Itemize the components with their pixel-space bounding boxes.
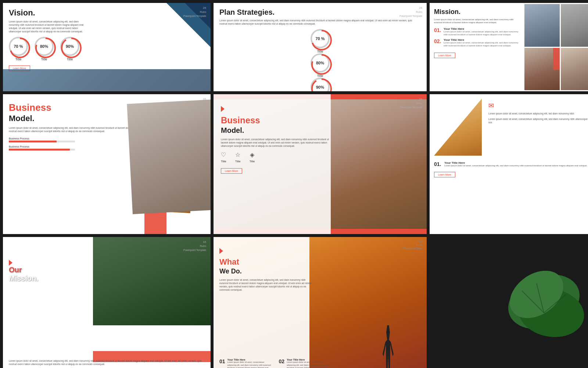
slide-body-8: Lorem ipsum dolor sit amet, consectetuer…	[219, 278, 311, 291]
circle-stat-90: 90% Title	[60, 37, 79, 61]
s8-content: What We Do. Lorem ipsum dolor sit amet, …	[219, 247, 311, 291]
slide-number-7: 16RulesPowerpoint Template	[183, 240, 206, 252]
envelope-icon-6: ✉	[488, 102, 588, 110]
icon-item-5-2: ☆ Title	[235, 151, 241, 163]
num-content-3-1: Your Title Here Lorem ipsum dolor sit am…	[444, 27, 519, 36]
plant-overlay	[478, 258, 588, 368]
slide-title-7: Our Mission.	[9, 266, 38, 283]
circle-ring-80: 80%	[35, 37, 54, 56]
slide-title-5: Business Model.	[221, 113, 335, 135]
s8-desc-2: Lorem ipsum dolor sit amet, consectetuer…	[287, 361, 331, 368]
s6-right-text: ✉ Lorem ipsum dolor sit amet, consectetu…	[485, 99, 588, 158]
slide-number-2: 28RulesPowerpoint Template	[399, 6, 422, 18]
num-desc-3-2: Lorem ipsum dolor sit amet, consectetuer…	[444, 42, 519, 47]
learn-more-button-3[interactable]: Learn More	[434, 53, 455, 58]
icon-item-5-3: ◈ Title	[250, 151, 255, 163]
slide-right-middle: ✉ Lorem ipsum dolor sit amet, consectetu…	[430, 94, 588, 234]
progress-name-4-2: Business Process	[9, 145, 29, 148]
num-title-3-1: Your Title Here	[444, 27, 519, 31]
learn-more-button-6[interactable]: Learn More	[434, 172, 455, 177]
s3-photo-woman2	[561, 48, 588, 91]
s8-bottom-items: 01 Your Title Here Lorem ipsum dolor sit…	[219, 358, 331, 368]
s8-num-1: 01	[219, 358, 225, 368]
s6-top: ✉ Lorem ipsum dolor sit amet, consectetu…	[434, 99, 588, 158]
progress-name-4-1: Business Process	[9, 137, 29, 140]
s3-photo-person3	[561, 4, 588, 47]
slide-vision: 26RulesPowerpoint Template Vision. Lorem…	[3, 3, 211, 91]
s5-content: Business Model. Lorem ipsum dolor sit am…	[221, 105, 335, 174]
circle-stat-2-90: 90% Title	[219, 78, 421, 91]
s3-img-4	[561, 48, 588, 91]
slide-title-8: What We Do.	[219, 254, 311, 275]
num-label-6-1: 01.	[434, 161, 441, 167]
chevron-icon-7	[9, 260, 12, 266]
circle-stat-70: 70 % Title	[9, 37, 28, 61]
s8-title-2: Your Title Here	[287, 358, 331, 361]
icon-label-5-1: Title	[221, 160, 226, 163]
slide-business-model-center: 28RulesPowerpoint Template Business Mode…	[214, 94, 427, 234]
slide-what-we-do: 12RulesPowerpoint Temp What We Do. Lorem…	[214, 237, 427, 368]
s3-left: Mission. Lorem ipsum dolor sit amet, con…	[430, 3, 523, 91]
num-title-6-1: Your Title Here	[444, 161, 587, 164]
s8-item-1: 01 Your Title Here Lorem ipsum dolor sit…	[219, 358, 272, 368]
numbered-items-3: 01. Your Title Here Lorem ipsum dolor si…	[434, 27, 519, 47]
bottom-image-1	[3, 69, 211, 91]
slide-number-1: 26RulesPowerpoint Template	[183, 6, 206, 18]
title-red-5: Business	[221, 115, 260, 125]
heart-icon-5: ♡	[221, 151, 226, 158]
num-content-6-1: Your Title Here Lorem ipsum dolor sit am…	[444, 161, 587, 167]
circle-ring-70: 70 %	[9, 37, 28, 56]
progress-bar-fill-4-1	[9, 141, 57, 142]
svg-point-7	[514, 283, 588, 342]
star-icon-5: ☆	[235, 151, 240, 158]
svg-line-10	[544, 294, 566, 313]
circle-ring-2-70: 70 %	[311, 29, 330, 48]
progress-bar-fill-4-2	[9, 149, 70, 151]
circle-ring-2-90: 90%	[311, 78, 330, 91]
slide-number-5: 28RulesPowerpoint Template	[399, 97, 422, 110]
svg-point-1	[36, 38, 55, 57]
s8-title-1: Your Title Here	[227, 358, 272, 361]
circle-stat-2-70: 70 % Title	[219, 29, 421, 53]
diamond-icon-5: ◈	[250, 151, 254, 158]
s3-img-2	[561, 4, 588, 47]
circle-stat-80: 80% Title	[35, 37, 54, 61]
num-desc-3-1: Lorem ipsum dolor sit amet, consectetuer…	[444, 31, 519, 36]
s8-desc-1: Lorem ipsum dolor sit amet, consectetuer…	[227, 361, 272, 368]
s3-photo-laptop	[524, 4, 560, 47]
circle-stat-2-80: 80% Title	[219, 53, 421, 78]
slide-body-2: Lorem ipsum dolor sit amet, consectetuer…	[219, 19, 421, 25]
s8-item-2: 02 Your Title Here Lorem ipsum dolor sit…	[279, 358, 331, 368]
num-label-3-2: 02.	[434, 38, 441, 47]
svg-point-6	[501, 265, 587, 339]
s8-num-2: 02	[279, 358, 285, 368]
icon-label-5-3: Title	[250, 160, 255, 163]
num-title-3-2: Your Title Here	[444, 38, 519, 42]
slide-body-5: Lorem ipsum dolor sit amet, consectetuer…	[221, 138, 335, 148]
progress-bar-bg-4-2	[9, 149, 75, 151]
s5-chevron	[221, 105, 335, 112]
s6-photo-triangle	[434, 99, 482, 156]
s6-body1: Lorem ipsum dolor sit amet, consectetuer…	[488, 112, 588, 115]
title-red-8: What	[219, 257, 239, 266]
num-item-3-1: 01. Your Title Here Lorem ipsum dolor si…	[434, 27, 519, 36]
s7-title-block: Our Mission.	[9, 259, 38, 283]
s8-content-2: Your Title Here Lorem ipsum dolor sit am…	[287, 358, 331, 368]
num-content-3-2: Your Title Here Lorem ipsum dolor sit am…	[444, 38, 519, 47]
s8-content-1: Your Title Here Lorem ipsum dolor sit am…	[227, 358, 272, 368]
s4-photo-main	[127, 99, 211, 214]
circles-row-2: 70 % Title 80% Title 90% Title	[219, 29, 421, 91]
num-item-3-2: 02. Your Title Here Lorem ipsum dolor si…	[434, 38, 519, 47]
s3-right	[523, 3, 588, 91]
icon-label-5-2: Title	[235, 160, 241, 163]
num-label-3-1: 01.	[434, 27, 441, 36]
progress-bar-bg-4-1	[9, 141, 75, 142]
title-red-4: Business	[9, 102, 51, 113]
slide-mission-top: Mission. Lorem ipsum dolor sit amet, con…	[430, 3, 588, 91]
svg-point-0	[10, 38, 29, 57]
s6-bottom: 01. Your Title Here Lorem ipsum dolor si…	[434, 161, 588, 177]
learn-more-button-5[interactable]: Learn More	[221, 168, 242, 174]
s3-img-1	[524, 4, 560, 47]
slide-body-7: Lorem ipsum dolor sit amet, consectetuer…	[9, 359, 205, 366]
title-red-7: Our	[9, 266, 22, 274]
